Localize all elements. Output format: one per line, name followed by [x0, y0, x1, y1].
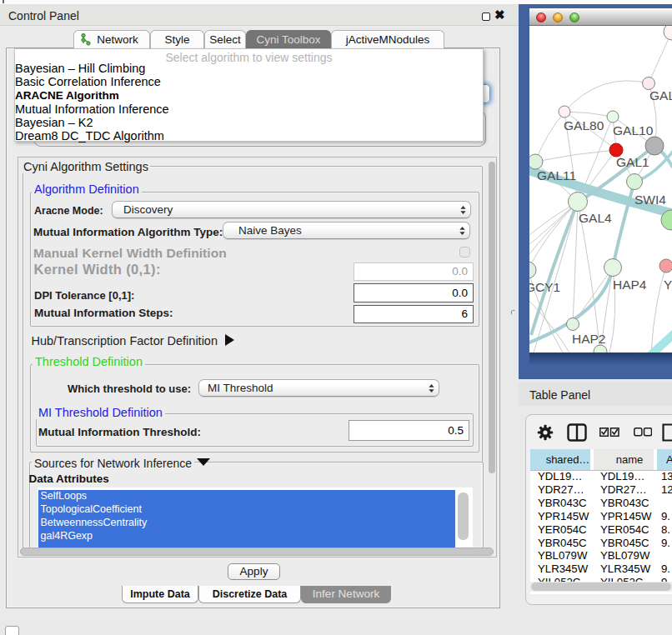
svg-text:HAP4: HAP4 — [613, 278, 647, 292]
svg-text:HAP2: HAP2 — [572, 332, 606, 346]
svg-text:GCY1: GCY1 — [529, 280, 560, 294]
svg-text:Y: Y — [664, 278, 672, 292]
svg-text:GAL7: GAL7 — [649, 88, 672, 102]
svg-text:SWI4: SWI4 — [634, 192, 666, 207]
svg-text:GAL1: GAL1 — [616, 155, 649, 169]
svg-text:GAL11: GAL11 — [537, 168, 576, 182]
svg-text:GAL10: GAL10 — [613, 123, 654, 138]
svg-text:GAL80: GAL80 — [564, 118, 604, 132]
svg-text:GAL4: GAL4 — [579, 211, 612, 225]
